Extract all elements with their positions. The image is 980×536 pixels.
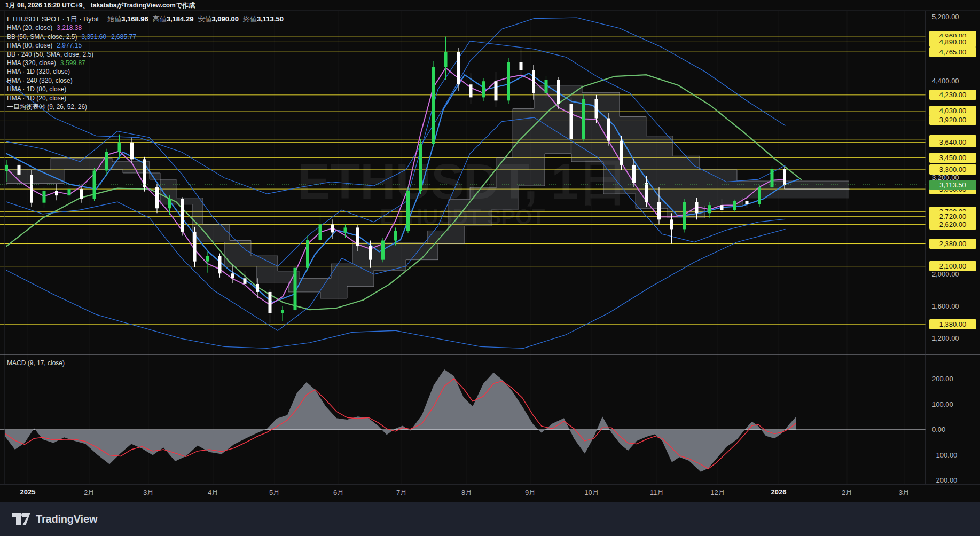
indicator-label: BB (50, SMA, close, 2.5) — [7, 33, 77, 41]
candle-body — [344, 227, 347, 232]
ohlc-value: 3,168.96 — [121, 15, 148, 23]
candle-body — [55, 191, 58, 195]
price-axis-label: 5,200.00 — [932, 13, 959, 21]
time-axis-label[interactable]: 2025 — [20, 488, 36, 496]
price-level-badge[interactable]: 3,450.00 — [929, 153, 976, 163]
time-axis-label[interactable]: 10月 — [584, 488, 599, 498]
time-axis-label[interactable]: 6月 — [333, 488, 344, 498]
price-level-badge[interactable]: 4,765.00 — [929, 47, 976, 57]
last-price-badge[interactable]: 3,113.50 — [929, 180, 976, 190]
macd-pane[interactable] — [0, 369, 926, 472]
indicator-legend-row[interactable]: 一目均衡表Ⓡ (9, 26, 52, 26) — [7, 103, 284, 111]
time-axis-label[interactable]: 8月 — [461, 488, 472, 498]
time-axis[interactable]: 20252月3月4月5月6月7月8月9月10月11月12月20262月3月 — [0, 485, 980, 502]
candle-body — [657, 202, 661, 219]
candle-body — [708, 205, 711, 213]
candle-body — [582, 99, 585, 139]
tradingview-logo-icon[interactable] — [11, 511, 31, 526]
price-level-badge[interactable]: 2,380.00 — [929, 239, 976, 249]
price-axis[interactable]: 5,200.004,400.003,200.002,000.001,600.00… — [926, 0, 980, 502]
indicator-legend-row[interactable]: HMA · 1D (20, close) — [7, 94, 284, 103]
indicator-legend-row[interactable]: BB · 240 (50, SMA, close, 2.5) — [7, 50, 284, 59]
price-level-badge[interactable]: 4,230.00 — [929, 90, 976, 100]
candle-body — [733, 201, 736, 210]
candle-body — [607, 119, 610, 141]
candle-body — [720, 205, 724, 210]
candle-body — [356, 227, 359, 246]
candle-body — [18, 165, 21, 175]
price-level-badge[interactable]: 2,620.00 — [929, 219, 976, 230]
price-level-badge[interactable]: 3,920.00 — [929, 115, 976, 125]
price-axis-label: 200.00 — [932, 375, 953, 383]
candle-body — [632, 165, 636, 183]
indicator-legend-row[interactable]: HMA · 1D (80, close) — [7, 85, 284, 93]
time-axis-label[interactable]: 2月 — [842, 488, 852, 498]
time-axis-label[interactable]: 2026 — [771, 488, 787, 496]
indicator-legend-row[interactable]: HMA · 240 (320, close) — [7, 76, 284, 85]
candle-body — [118, 143, 121, 152]
ohlc-value: 3,184.29 — [167, 15, 194, 23]
candle-body — [281, 310, 284, 313]
time-axis-label[interactable]: 3月 — [899, 488, 910, 498]
candle-body — [5, 165, 8, 171]
symbol-title: ETHUSDT SPOT · 1日 · Bybit — [7, 15, 99, 23]
indicator-value: 3,218.38 — [57, 24, 82, 31]
price-level-badge[interactable]: 2,100.00 — [929, 261, 976, 271]
price-level-badge[interactable]: 1,380.00 — [929, 319, 976, 329]
ohlc-value: 3,090.00 — [211, 15, 239, 23]
time-axis-label[interactable]: 12月 — [710, 488, 725, 498]
indicator-legend-row[interactable]: BB (50, SMA, close, 2.5)3,351.602,685.77 — [7, 33, 284, 41]
tradingview-wordmark[interactable]: TradingView — [36, 513, 97, 525]
price-level-badge[interactable]: 3,640.00 — [929, 137, 976, 147]
price-axis-label: 2,000.00 — [932, 270, 959, 278]
time-axis-label[interactable]: 3月 — [143, 488, 154, 498]
time-axis-label[interactable]: 11月 — [650, 488, 664, 498]
candle-body — [319, 224, 322, 240]
price-axis-label: 1,200.00 — [932, 334, 959, 342]
time-axis-label[interactable]: 7月 — [396, 488, 407, 498]
candle-body — [155, 187, 159, 208]
indicator-legend-row[interactable]: HMA (320, close)3,599.87 — [7, 59, 284, 67]
indicator-label: HMA (20, close) — [7, 24, 52, 31]
indicator-label: HMA · 1D (20, close) — [7, 94, 66, 102]
price-level-badge[interactable]: 4,890.00 — [929, 37, 976, 47]
candle-body — [43, 191, 46, 203]
price-level-badge[interactable]: 3,300.00 — [929, 164, 976, 175]
ohlc-label: 安値 — [198, 15, 211, 23]
indicator-legend: ETHUSDT SPOT · 1日 · Bybit始値3,168.96高値3,1… — [7, 15, 284, 111]
candle-body — [218, 256, 222, 273]
macd-legend-row[interactable]: MACD (9, 17, close) — [7, 359, 65, 367]
time-axis-label[interactable]: 9月 — [525, 488, 536, 498]
indicator-legend-row[interactable]: HMA · 1D (320, close) — [7, 67, 284, 76]
candle-body — [683, 202, 686, 229]
candle-body — [670, 219, 673, 229]
price-axis-label: 0.00 — [932, 425, 945, 433]
symbol-legend-row[interactable]: ETHUSDT SPOT · 1日 · Bybit始値3,168.96高値3,1… — [7, 15, 284, 23]
price-axis-label: 100.00 — [932, 400, 953, 408]
indicator-legend-row[interactable]: HMA (20, close)3,218.38 — [7, 23, 284, 32]
candle-body — [545, 80, 548, 93]
tradingview-chart-window: 1月 08, 2026 16:20 UTC+9、 takatabaがTradin… — [0, 0, 980, 536]
indicator-legend-row[interactable]: HMA (80, close)2,977.15 — [7, 41, 284, 50]
candle-body — [269, 292, 272, 313]
candle-body — [758, 187, 761, 204]
candle-body — [381, 241, 385, 260]
candle-body — [432, 67, 435, 144]
time-axis-label[interactable]: 2月 — [84, 488, 95, 498]
macd-histogram-area — [5, 369, 796, 472]
indicator-label: HMA (80, close) — [7, 42, 52, 49]
indicator-value: 3,351.60 — [81, 33, 106, 41]
time-axis-label[interactable]: 5月 — [269, 488, 280, 498]
candle-body — [557, 80, 560, 104]
ohlc-label: 始値 — [107, 15, 121, 23]
candle-body — [570, 104, 573, 139]
candle-body — [68, 189, 71, 195]
candle-body — [520, 62, 523, 70]
candle-body — [457, 52, 460, 84]
price-axis-label: 4,400.00 — [932, 77, 959, 85]
indicator-value: 2,685.77 — [111, 33, 136, 41]
candle-body — [193, 232, 197, 262]
candle-body — [394, 231, 397, 240]
ohlc-label: 高値 — [153, 15, 167, 23]
time-axis-label[interactable]: 4月 — [208, 488, 218, 498]
